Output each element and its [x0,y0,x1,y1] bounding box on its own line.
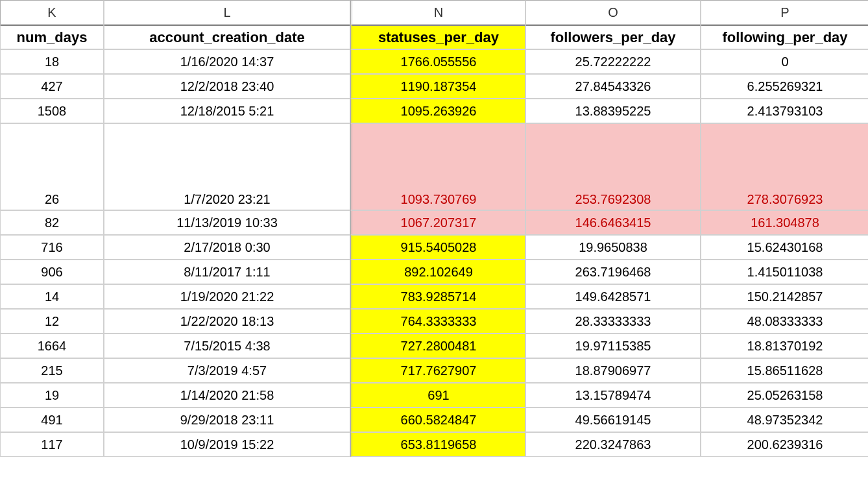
cell-value: 220.3247863 [575,437,651,452]
cell-value: 915.5405028 [401,240,477,255]
cell-followers-per-day[interactable]: 149.6428571 [525,284,701,309]
cell-value: 15.86511628 [747,363,823,378]
header-statuses-per-day[interactable]: statuses_per_day [350,25,525,49]
header-account-creation-date[interactable]: account_creation_date [104,25,350,49]
cell-following-per-day[interactable]: 48.97352342 [701,408,868,432]
cell-num-days[interactable]: 427 [0,74,104,99]
cell-account-creation-date[interactable]: 7/3/2019 4:57 [104,358,350,383]
cell-num-days[interactable]: 906 [0,260,104,284]
cell-followers-per-day[interactable]: 146.6463415 [525,210,701,235]
column-letter-K[interactable]: K [0,0,104,25]
cell-account-creation-date[interactable]: 1/22/2020 18:13 [104,309,350,334]
cell-num-days[interactable]: 1508 [0,99,104,123]
cell-value: 161.304878 [751,215,819,230]
cell-value: 13.15789474 [575,388,651,403]
cell-value: 764.3333333 [401,314,477,329]
cell-statuses-per-day[interactable]: 727.2800481 [350,334,525,358]
cell-value: 9/29/2018 23:11 [180,413,274,428]
cell-account-creation-date[interactable]: 12/18/2015 5:21 [104,99,350,123]
cell-num-days[interactable]: 26 [0,123,104,210]
cell-value: 660.5824847 [401,413,477,428]
cell-num-days[interactable]: 1664 [0,334,104,358]
cell-following-per-day[interactable]: 48.08333333 [701,309,868,334]
cell-followers-per-day[interactable]: 19.97115385 [525,334,701,358]
cell-followers-per-day[interactable]: 13.88395225 [525,99,701,123]
cell-num-days[interactable]: 117 [0,432,104,457]
cell-statuses-per-day[interactable]: 717.7627907 [350,358,525,383]
cell-followers-per-day[interactable]: 263.7196468 [525,260,701,284]
cell-num-days[interactable]: 716 [0,235,104,260]
cell-following-per-day[interactable]: 278.3076923 [701,123,868,210]
cell-followers-per-day[interactable]: 220.3247863 [525,432,701,457]
cell-value: 26 [45,192,59,207]
cell-account-creation-date[interactable]: 1/16/2020 14:37 [104,49,350,74]
cell-statuses-per-day[interactable]: 1067.207317 [350,210,525,235]
col-letter-text: N [434,5,443,20]
cell-statuses-per-day[interactable]: 660.5824847 [350,408,525,432]
cell-num-days[interactable]: 14 [0,284,104,309]
column-letter-N[interactable]: N [350,0,525,25]
cell-following-per-day[interactable]: 15.62430168 [701,235,868,260]
cell-followers-per-day[interactable]: 49.56619145 [525,408,701,432]
cell-num-days[interactable]: 12 [0,309,104,334]
cell-account-creation-date[interactable]: 10/9/2019 15:22 [104,432,350,457]
cell-account-creation-date[interactable]: 7/15/2015 4:38 [104,334,350,358]
cell-statuses-per-day[interactable]: 764.3333333 [350,309,525,334]
cell-statuses-per-day[interactable]: 653.8119658 [350,432,525,457]
cell-statuses-per-day[interactable]: 1093.730769 [350,123,525,210]
cell-value: 11/13/2019 10:33 [176,215,278,230]
cell-statuses-per-day[interactable]: 892.102649 [350,260,525,284]
cell-account-creation-date[interactable]: 2/17/2018 0:30 [104,235,350,260]
cell-value: 1/16/2020 14:37 [180,55,274,69]
cell-value: 653.8119658 [401,437,477,452]
cell-statuses-per-day[interactable]: 1766.055556 [350,49,525,74]
cell-num-days[interactable]: 82 [0,210,104,235]
cell-statuses-per-day[interactable]: 1095.263926 [350,99,525,123]
cell-account-creation-date[interactable]: 9/29/2018 23:11 [104,408,350,432]
cell-num-days[interactable]: 215 [0,358,104,383]
cell-followers-per-day[interactable]: 18.87906977 [525,358,701,383]
cell-num-days[interactable]: 19 [0,383,104,408]
cell-value: 25.72222222 [575,55,651,69]
cell-followers-per-day[interactable]: 13.15789474 [525,383,701,408]
cell-account-creation-date[interactable]: 8/11/2017 1:11 [104,260,350,284]
column-letter-O[interactable]: O [525,0,701,25]
cell-value: 727.2800481 [401,339,477,354]
cell-following-per-day[interactable]: 200.6239316 [701,432,868,457]
cell-account-creation-date[interactable]: 1/14/2020 21:58 [104,383,350,408]
header-num-days[interactable]: num_days [0,25,104,49]
cell-value: 7/3/2019 4:57 [187,363,267,378]
column-letter-L[interactable]: L [104,0,350,25]
col-letter-text: L [223,5,230,20]
cell-following-per-day[interactable]: 25.05263158 [701,383,868,408]
cell-statuses-per-day[interactable]: 783.9285714 [350,284,525,309]
cell-followers-per-day[interactable]: 19.9650838 [525,235,701,260]
cell-statuses-per-day[interactable]: 691 [350,383,525,408]
cell-account-creation-date[interactable]: 1/19/2020 21:22 [104,284,350,309]
cell-num-days[interactable]: 491 [0,408,104,432]
cell-followers-per-day[interactable]: 27.84543326 [525,74,701,99]
cell-followers-per-day[interactable]: 253.7692308 [525,123,701,210]
col-letter-text: O [608,5,618,20]
cell-account-creation-date[interactable]: 11/13/2019 10:33 [104,210,350,235]
cell-following-per-day[interactable]: 15.86511628 [701,358,868,383]
header-following-per-day[interactable]: following_per_day [701,25,868,49]
cell-followers-per-day[interactable]: 25.72222222 [525,49,701,74]
cell-following-per-day[interactable]: 0 [701,49,868,74]
cell-num-days[interactable]: 18 [0,49,104,74]
cell-following-per-day[interactable]: 150.2142857 [701,284,868,309]
cell-following-per-day[interactable]: 161.304878 [701,210,868,235]
cell-following-per-day[interactable]: 18.81370192 [701,334,868,358]
cell-value: 27.84543326 [575,79,651,94]
cell-account-creation-date[interactable]: 1/7/2020 23:21 [104,123,350,210]
cell-account-creation-date[interactable]: 12/2/2018 23:40 [104,74,350,99]
cell-followers-per-day[interactable]: 28.33333333 [525,309,701,334]
cell-statuses-per-day[interactable]: 915.5405028 [350,235,525,260]
cell-following-per-day[interactable]: 1.415011038 [701,260,868,284]
header-followers-per-day[interactable]: followers_per_day [525,25,701,49]
header-text: num_days [17,29,88,46]
cell-statuses-per-day[interactable]: 1190.187354 [350,74,525,99]
cell-following-per-day[interactable]: 2.413793103 [701,99,868,123]
cell-following-per-day[interactable]: 6.255269321 [701,74,868,99]
column-letter-P[interactable]: P [701,0,868,25]
